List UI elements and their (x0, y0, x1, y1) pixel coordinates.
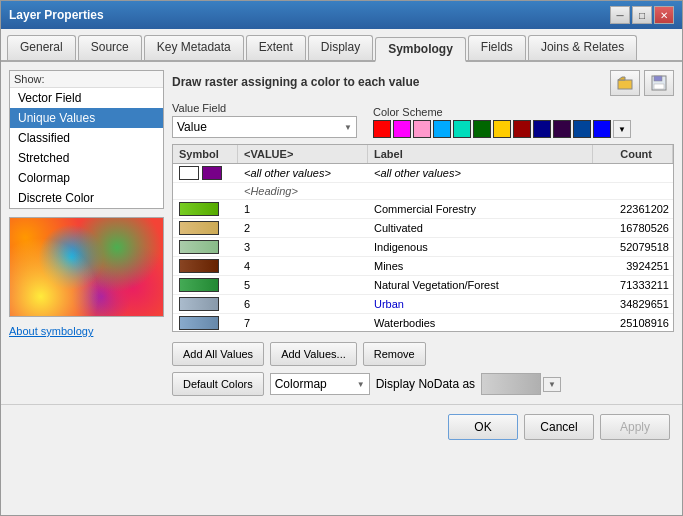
cell-value: 4 (238, 258, 368, 274)
about-symbology-link[interactable]: About symbology (9, 321, 164, 341)
table-row[interactable]: 6 Urban 34829651 (173, 295, 673, 314)
close-button[interactable]: ✕ (654, 6, 674, 24)
nodata-label: Display NoData as (376, 377, 475, 391)
preview-pane (9, 217, 164, 317)
tab-display[interactable]: Display (308, 35, 373, 60)
value-field-selected: Value (177, 120, 344, 134)
save-icon-button[interactable] (644, 70, 674, 96)
nodata-section: Display NoData as ▼ (376, 373, 561, 395)
svg-rect-3 (654, 84, 664, 89)
tab-key-metadata[interactable]: Key Metadata (144, 35, 244, 60)
colormap-dropdown[interactable]: Colormap ▼ (270, 373, 370, 395)
remove-button[interactable]: Remove (363, 342, 426, 366)
apply-button[interactable]: Apply (600, 414, 670, 440)
preview-image (10, 218, 163, 316)
cell-label: Mines (368, 258, 593, 274)
nodata-dropdown-btn[interactable]: ▼ (543, 377, 561, 392)
color-scheme-dropdown-btn[interactable]: ▼ (613, 120, 631, 138)
colormap-value: Colormap (275, 377, 357, 391)
folder-icon-button[interactable] (610, 70, 640, 96)
cell-symbol (173, 314, 238, 331)
color-swatch-row: ▼ (373, 120, 631, 138)
cell-count: 3924251 (593, 258, 673, 274)
list-item-colormap[interactable]: Colormap (10, 168, 163, 188)
table-body: <all other values> <all other values> <H… (173, 164, 673, 331)
color-scheme-section: Color Scheme (373, 106, 631, 138)
value-field-dropdown[interactable]: Value ▼ (172, 116, 357, 138)
cell-symbol (173, 257, 238, 275)
swatch-2[interactable] (413, 120, 431, 138)
color-box-6 (179, 297, 219, 311)
footer: OK Cancel Apply (1, 404, 682, 448)
table-row[interactable]: 5 Natural Vegetation/Forest 71333211 (173, 276, 673, 295)
colormap-arrow: ▼ (357, 380, 365, 389)
cancel-button[interactable]: Cancel (524, 414, 594, 440)
minimize-button[interactable]: ─ (610, 6, 630, 24)
swatch-11[interactable] (593, 120, 611, 138)
value-field-label: Value Field (172, 102, 357, 114)
color-box-white (179, 166, 199, 180)
show-label: Show: (10, 71, 163, 88)
swatch-3[interactable] (433, 120, 451, 138)
tab-general[interactable]: General (7, 35, 76, 60)
tab-source[interactable]: Source (78, 35, 142, 60)
swatch-0[interactable] (373, 120, 391, 138)
icon-buttons (610, 70, 674, 96)
tab-fields[interactable]: Fields (468, 35, 526, 60)
table-row[interactable]: 7 Waterbodies 25108916 (173, 314, 673, 331)
svg-rect-0 (618, 80, 632, 89)
color-box-4 (179, 259, 219, 273)
tab-joins-relates[interactable]: Joins & Relates (528, 35, 637, 60)
title-bar: Layer Properties ─ □ ✕ (1, 1, 682, 29)
list-item-stretched[interactable]: Stretched (10, 148, 163, 168)
cell-value: 2 (238, 220, 368, 236)
bottom-buttons-row: Add All Values Add Values... Remove Defa… (172, 338, 674, 396)
add-all-values-button[interactable]: Add All Values (172, 342, 264, 366)
tab-extent[interactable]: Extent (246, 35, 306, 60)
add-values-button[interactable]: Add Values... (270, 342, 357, 366)
cell-count: 25108916 (593, 315, 673, 331)
row2-buttons: Default Colors Colormap ▼ Display NoData… (172, 372, 561, 396)
draw-title: Draw raster assigning a color to each va… (172, 75, 419, 89)
table-row[interactable]: <all other values> <all other values> (173, 164, 673, 183)
color-box-7 (179, 316, 219, 330)
swatch-5[interactable] (473, 120, 491, 138)
title-bar-buttons: ─ □ ✕ (610, 6, 674, 24)
swatch-8[interactable] (533, 120, 551, 138)
swatch-1[interactable] (393, 120, 411, 138)
list-item-unique-values[interactable]: Unique Values (10, 108, 163, 128)
list-item-vector-field[interactable]: Vector Field (10, 88, 163, 108)
maximize-button[interactable]: □ (632, 6, 652, 24)
table-row-heading: <Heading> (173, 183, 673, 200)
swatch-7[interactable] (513, 120, 531, 138)
swatch-4[interactable] (453, 120, 471, 138)
cell-label: Cultivated (368, 220, 593, 236)
cell-label: Natural Vegetation/Forest (368, 277, 593, 293)
cell-label: Waterbodies (368, 315, 593, 331)
swatch-6[interactable] (493, 120, 511, 138)
cell-count: 22361202 (593, 201, 673, 217)
default-colors-button[interactable]: Default Colors (172, 372, 264, 396)
header-value: <VALUE> (238, 145, 368, 163)
ok-button[interactable]: OK (448, 414, 518, 440)
table-row[interactable]: 1 Commercial Forestry 22361202 (173, 200, 673, 219)
list-item-discrete-color[interactable]: Discrete Color (10, 188, 163, 208)
tab-symbology[interactable]: Symbology (375, 37, 466, 62)
cell-symbol-heading (173, 189, 238, 193)
value-field-section: Value Field Value ▼ (172, 102, 357, 138)
list-item-classified[interactable]: Classified (10, 128, 163, 148)
cell-symbol (173, 276, 238, 294)
tab-bar: General Source Key Metadata Extent Displ… (1, 29, 682, 62)
symbology-table: Symbol <VALUE> Label Count <all other (172, 144, 674, 332)
table-row[interactable]: 3 Indigenous 52079518 (173, 238, 673, 257)
swatch-10[interactable] (573, 120, 591, 138)
cell-symbol (173, 200, 238, 218)
nodata-preview (481, 373, 541, 395)
swatch-9[interactable] (553, 120, 571, 138)
color-box-5 (179, 278, 219, 292)
save-icon (651, 75, 667, 91)
table-row[interactable]: 4 Mines 3924251 (173, 257, 673, 276)
content-area: Show: Vector Field Unique Values Classif… (1, 62, 682, 404)
window-title: Layer Properties (9, 8, 104, 22)
table-row[interactable]: 2 Cultivated 16780526 (173, 219, 673, 238)
